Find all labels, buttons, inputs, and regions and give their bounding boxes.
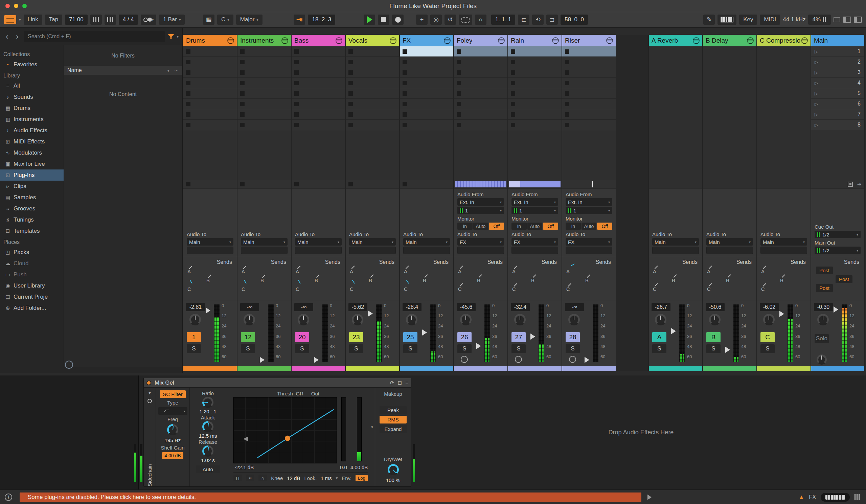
clip-slot[interactable]: [400, 120, 453, 130]
clip-slot[interactable]: [237, 78, 291, 88]
track-fold-icon[interactable]: [606, 37, 613, 44]
midi-map-button[interactable]: MIDI: [760, 14, 780, 25]
volume-fader[interactable]: [779, 304, 786, 362]
clip-slot[interactable]: [454, 46, 508, 57]
output-channel-field[interactable]: [187, 247, 233, 254]
input-type-chooser[interactable]: Ext. In▾: [511, 198, 558, 206]
track-status-button[interactable]: B: [706, 332, 721, 342]
clip-slot[interactable]: [454, 109, 508, 120]
track-header[interactable]: Riser: [562, 35, 616, 46]
clip-slot[interactable]: [400, 57, 453, 67]
input-type-chooser[interactable]: Ext. In▾: [457, 198, 504, 206]
output-channel-field[interactable]: [706, 247, 753, 254]
stop-button[interactable]: [378, 14, 389, 25]
arm-button[interactable]: [569, 356, 576, 363]
arrangement-position-field[interactable]: 18. 2. 3: [308, 14, 335, 25]
back-button[interactable]: ‹: [3, 32, 11, 41]
clip-slot[interactable]: [237, 67, 291, 78]
notification-play-icon[interactable]: [647, 494, 652, 500]
browser-toggle-icon[interactable]: [843, 16, 851, 23]
clip-slot[interactable]: [346, 99, 399, 109]
track-fold-icon[interactable]: [498, 37, 505, 44]
scene-row[interactable]: ▷ 4: [811, 78, 864, 88]
sidebar-item[interactable]: ≀ Audio Effects: [0, 125, 64, 136]
pan-knob[interactable]: [244, 314, 255, 325]
volume-fader[interactable]: [313, 304, 320, 362]
sidebar-item[interactable]: ▪ Favorites: [0, 59, 64, 70]
clip-slot[interactable]: [184, 46, 237, 57]
pan-knob[interactable]: [352, 314, 363, 325]
makeup-label[interactable]: Makeup: [384, 391, 402, 397]
sc-filter-button[interactable]: SC Filter: [160, 390, 185, 398]
monitor-auto-button[interactable]: Auto: [473, 223, 488, 230]
track-header[interactable]: C Compression: [757, 35, 811, 46]
punch-out-button[interactable]: ⊐: [546, 14, 558, 25]
scene-launch-icon[interactable]: ▷: [814, 112, 818, 117]
solo-button[interactable]: S: [566, 344, 580, 353]
cpu-meter[interactable]: 4%: [808, 14, 831, 25]
clip-slot[interactable]: [508, 88, 562, 99]
key-map-button[interactable]: Key: [739, 14, 757, 25]
expand-mode-button[interactable]: Expand: [379, 425, 407, 433]
listen-icon[interactable]: ∩: [258, 474, 267, 481]
options-icon[interactable]: ⋯: [174, 68, 179, 73]
solo-button[interactable]: S: [511, 344, 526, 353]
info-icon[interactable]: i: [5, 493, 12, 501]
link-button[interactable]: Link: [24, 14, 42, 25]
scene-launch-icon[interactable]: ▷: [814, 91, 818, 96]
audio-to-chooser[interactable]: Main▾: [187, 238, 233, 246]
detail-toggle-icon[interactable]: [854, 16, 862, 23]
chevron-down-icon[interactable]: ▾: [177, 34, 179, 39]
track-status-button[interactable]: 20: [295, 332, 309, 342]
sidebar-item[interactable]: ⊟ Templates: [0, 225, 64, 236]
browser-sync-icon[interactable]: ↓: [65, 361, 73, 369]
clip-stop-row[interactable]: [454, 180, 508, 188]
clip-stop-row[interactable]: [508, 180, 562, 188]
metronome-button[interactable]: ▾: [141, 14, 157, 25]
clip-detail-panel[interactable]: [0, 376, 139, 490]
volume-value[interactable]: -∞: [240, 303, 259, 311]
clip-slot[interactable]: [454, 57, 508, 67]
sort-chevron-icon[interactable]: ▾: [167, 68, 169, 73]
clip-slot[interactable]: [508, 57, 562, 67]
ratio-knob[interactable]: [202, 397, 213, 408]
midi-keyboard-indicator[interactable]: [821, 493, 850, 502]
track-status-button[interactable]: 28: [566, 332, 580, 342]
name-column-header[interactable]: Name ▾ ⋯: [64, 66, 182, 75]
volume-value[interactable]: -32.4: [511, 303, 530, 311]
clip-slot[interactable]: [184, 88, 237, 99]
play-button[interactable]: [364, 14, 375, 25]
quantization-chooser[interactable]: 1 Bar▾: [159, 14, 185, 25]
clip-slot[interactable]: [562, 120, 616, 130]
pan-knob[interactable]: [298, 314, 309, 325]
overdub-button[interactable]: +: [416, 14, 428, 25]
clip-slot[interactable]: [400, 46, 453, 57]
output-channel-field[interactable]: [457, 247, 504, 254]
scale-name-chooser[interactable]: Major▾: [236, 14, 263, 25]
scene-row[interactable]: ▷ 5: [811, 88, 864, 99]
volume-fader[interactable]: [725, 304, 731, 362]
clip-stop-row[interactable]: [237, 180, 291, 188]
track-fold-icon[interactable]: [444, 37, 451, 44]
clip-slot[interactable]: [292, 46, 345, 57]
solo-button[interactable]: S: [349, 344, 363, 353]
peak-mode-button[interactable]: Peak: [379, 406, 407, 414]
root-note-chooser[interactable]: C▾: [217, 14, 233, 25]
sidebar-item[interactable]: ▤ Samples: [0, 192, 64, 203]
volume-fader[interactable]: [670, 304, 677, 362]
clip-slot[interactable]: [346, 120, 399, 130]
clip-slot[interactable]: [346, 46, 399, 57]
monitor-off-button[interactable]: Off: [597, 223, 612, 230]
volume-value[interactable]: -∞: [294, 303, 313, 311]
send-b-pre-post-toggle[interactable]: Post: [835, 275, 853, 283]
clip-slot[interactable]: [400, 78, 453, 88]
clip-slot[interactable]: [237, 57, 291, 67]
sidebar-item[interactable]: ▣ Max for Live: [0, 158, 64, 169]
output-channel-field[interactable]: [566, 247, 612, 254]
send-c-pre-post-toggle[interactable]: Post: [816, 284, 833, 292]
clip-slot[interactable]: [562, 67, 616, 78]
forward-button[interactable]: ›: [13, 32, 21, 41]
clip-slot[interactable]: [184, 99, 237, 109]
out-gain-value[interactable]: 4.00 dB: [351, 464, 368, 470]
monitor-auto-button[interactable]: Auto: [528, 223, 543, 230]
